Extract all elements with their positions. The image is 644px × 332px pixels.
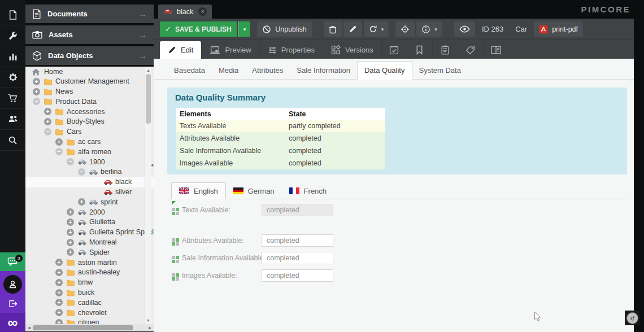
field-input-images-available[interactable]: completed — [262, 269, 333, 282]
language-tab-english[interactable]: English — [171, 182, 226, 199]
tab-workflow-layout[interactable] — [483, 41, 508, 59]
field-input-sale-information-available[interactable]: completed — [262, 252, 333, 264]
tree-item-austin-healey[interactable]: +austin-healey — [25, 268, 154, 278]
tab-schedule[interactable] — [381, 41, 407, 59]
sidebar-settings-menu[interactable] — [0, 67, 25, 88]
subtab-media[interactable]: Media — [212, 62, 245, 79]
tab-preview[interactable]: Preview — [201, 41, 259, 59]
tree-item-berlina[interactable]: −berlina — [25, 167, 154, 177]
tree-item-news[interactable]: +News — [25, 87, 154, 97]
collapse-icon[interactable]: − — [55, 148, 63, 155]
expand-icon[interactable]: + — [55, 259, 63, 266]
expand-icon[interactable]: + — [44, 118, 51, 125]
tree-item-giulietta[interactable]: +Giulietta — [25, 217, 154, 228]
tree-item-buick[interactable]: +buick — [25, 288, 154, 298]
expand-icon[interactable]: + — [55, 289, 63, 296]
expand-icon[interactable]: + — [67, 239, 74, 246]
tree-item-product-data[interactable]: −Product Data — [25, 97, 154, 107]
expand-icon[interactable]: + — [67, 248, 74, 256]
subtab-system-data[interactable]: System Data — [412, 62, 468, 79]
accordion-header-documents[interactable]: Documents→ — [25, 5, 154, 23]
tree-item-montreal[interactable]: +Montreal — [25, 238, 154, 248]
save-publish-button[interactable]: ✓ SAVE & PUBLISH — [160, 21, 237, 37]
accordion-header-data-objects[interactable]: Data Objects→ — [25, 46, 154, 65]
sidebar-file-menu[interactable] — [0, 5, 25, 25]
collapse-icon[interactable]: − — [33, 98, 40, 105]
expand-icon[interactable]: + — [44, 108, 51, 115]
tree-item-customer-management[interactable]: +Customer Management — [25, 77, 154, 87]
tree-item-bmw[interactable]: +bmw — [25, 278, 154, 288]
notifications-button[interactable]: 3 — [0, 252, 25, 271]
collapse-icon[interactable]: − — [78, 168, 85, 176]
tab-notes-events[interactable] — [432, 41, 458, 59]
tree-item-chevrolet[interactable]: +chevrolet — [25, 308, 154, 318]
tree-item-1900[interactable]: −1900 — [25, 157, 154, 167]
expand-icon[interactable]: + — [55, 138, 63, 146]
tab-edit[interactable]: Edit — [160, 41, 201, 59]
avatar[interactable] — [3, 275, 22, 294]
expand-icon[interactable]: + — [55, 269, 63, 276]
unpublish-button[interactable]: Unpublish — [257, 21, 312, 37]
tree-item-citroen[interactable]: +citroen — [25, 318, 154, 324]
sidebar-search-menu[interactable] — [0, 130, 25, 151]
field-input-attributes-available[interactable]: completed — [262, 234, 333, 247]
expand-icon[interactable]: + — [55, 319, 63, 324]
expand-icon[interactable]: + — [78, 198, 85, 206]
tab-black[interactable]: black × — [158, 5, 212, 19]
tree-item-2000[interactable]: +2000 — [25, 207, 154, 217]
tree-item-home[interactable]: Home — [25, 67, 154, 77]
tab-bookmark[interactable] — [407, 41, 432, 59]
sidebar-ecommerce-menu[interactable] — [0, 88, 25, 109]
sidebar-tools-menu[interactable] — [0, 25, 25, 46]
locate-in-tree-button[interactable] — [395, 21, 415, 37]
tab-tags[interactable] — [458, 41, 483, 59]
collapse-icon[interactable]: − — [67, 158, 74, 165]
tree-item-cadillac[interactable]: +cadillac — [25, 298, 154, 308]
save-options-button[interactable]: ▾ — [238, 21, 251, 37]
subtab-attributes[interactable]: Attributes — [245, 62, 290, 79]
close-tab-icon[interactable]: × — [198, 7, 207, 16]
subtab-basedata[interactable]: Basedata — [167, 62, 212, 79]
tree-item-gulietta-sprint-specia[interactable]: +Gulietta Sprint Specia — [25, 228, 154, 238]
sidebar-customers-menu[interactable] — [0, 109, 25, 130]
tree-item-body-styles[interactable]: +Body-Styles — [25, 117, 154, 127]
open-preview-button[interactable] — [454, 21, 475, 37]
horizontal-scroll-thumb[interactable] — [33, 325, 133, 330]
pimcore-logo-button[interactable]: ∞ — [0, 313, 25, 332]
expand-icon[interactable]: + — [33, 88, 40, 95]
expand-icon[interactable]: + — [55, 299, 63, 306]
vertical-scroll-thumb[interactable] — [146, 74, 151, 124]
expand-icon[interactable]: + — [55, 309, 63, 316]
scroll-right-icon[interactable]: ► — [146, 324, 154, 331]
tree-item-alfa-romeo[interactable]: −alfa romeo — [25, 147, 154, 157]
tree-item-ac-cars[interactable]: +ac cars — [25, 137, 154, 147]
rename-button[interactable] — [343, 21, 362, 37]
expand-icon[interactable]: + — [33, 78, 40, 85]
tree-item-cars[interactable]: −Cars — [25, 127, 154, 137]
tree-item-spider[interactable]: +Spider — [25, 247, 154, 257]
sidebar-reports-menu[interactable] — [0, 46, 25, 67]
scroll-down-icon[interactable]: ▼ — [145, 317, 151, 324]
expand-icon[interactable]: + — [67, 229, 74, 236]
symfony-debug-toolbar-button[interactable]: sf — [625, 311, 639, 325]
tree-item-silver[interactable]: silver — [25, 187, 154, 198]
collapse-icon[interactable]: − — [44, 128, 51, 136]
tree-item-sprint[interactable]: +sprint — [25, 197, 154, 207]
tree-item-accessories[interactable]: +Accessories — [25, 107, 154, 117]
subtab-data-quality[interactable]: Data Quality — [357, 61, 412, 80]
logout-button[interactable] — [0, 296, 25, 312]
expand-icon[interactable]: + — [67, 219, 74, 226]
reload-button[interactable]: ▾ — [364, 21, 389, 37]
expand-icon[interactable]: + — [55, 279, 63, 286]
language-tab-french[interactable]: French — [282, 183, 334, 199]
tree-item-aston-martin[interactable]: +aston martin — [25, 257, 154, 268]
subtab-sale-information[interactable]: Sale Information — [290, 62, 357, 79]
delete-button[interactable] — [324, 21, 342, 37]
tree-vertical-scrollbar[interactable]: ▲ ▼ — [145, 67, 151, 324]
info-button[interactable]: ▾ — [416, 21, 442, 37]
tree-item-black[interactable]: black — [25, 177, 154, 187]
tree-horizontal-scrollbar[interactable]: ◄ ► — [25, 324, 154, 331]
scroll-left-icon[interactable]: ◄ — [25, 324, 33, 331]
scroll-up-icon[interactable]: ▲ — [145, 67, 151, 73]
accordion-header-assets[interactable]: Assets→ — [25, 25, 154, 44]
